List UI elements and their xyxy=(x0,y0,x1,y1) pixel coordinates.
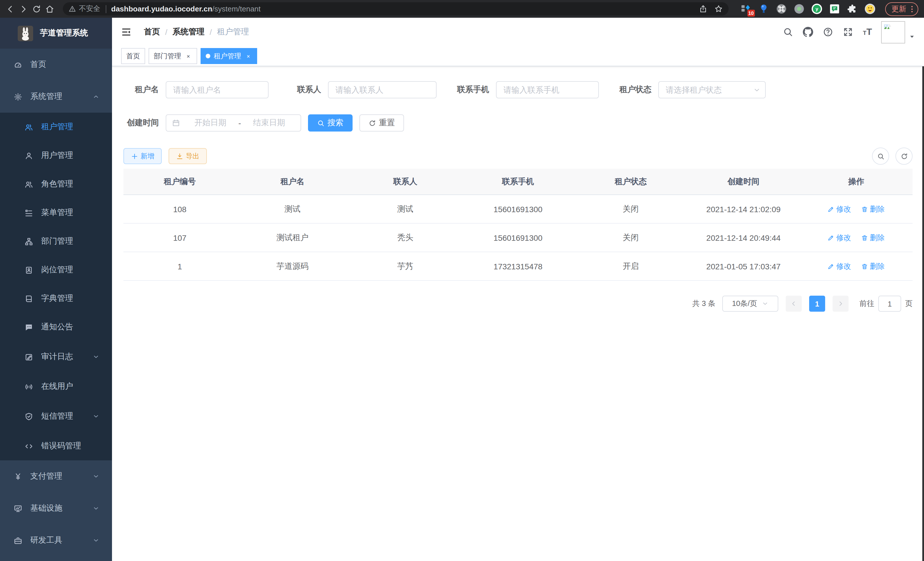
date-range-picker[interactable]: 开始日期 - 结束日期 xyxy=(166,114,301,132)
home-icon[interactable] xyxy=(45,4,54,14)
extension-record-icon[interactable] xyxy=(794,3,805,14)
reload-icon[interactable] xyxy=(32,4,41,14)
help-icon[interactable] xyxy=(823,27,833,37)
sidebar-item-posts[interactable]: 岗位管理 xyxy=(0,256,112,284)
sidebar-item-label: 短信管理 xyxy=(41,411,73,421)
sidebar-submenu-system: 租户管理 用户管理 角色管理 菜单管理 xyxy=(0,113,112,460)
col-tenant-name: 租户名 xyxy=(236,169,349,195)
forward-icon[interactable] xyxy=(19,4,28,14)
sidebar-item-dict[interactable]: 字典管理 xyxy=(0,284,112,313)
page-size-select[interactable]: 10条/页 xyxy=(722,296,778,312)
browser-update-button[interactable]: 更新 xyxy=(885,2,918,16)
edit-link[interactable]: 修改 xyxy=(828,232,851,243)
tenant-name-input[interactable] xyxy=(166,81,268,98)
tab-close-icon[interactable]: × xyxy=(244,52,252,60)
cell-contact: 芋艿 xyxy=(349,252,462,281)
extension-tabs-icon[interactable]: 10 xyxy=(741,3,752,14)
infra-icon xyxy=(14,504,22,513)
extensions-puzzle-icon[interactable] xyxy=(847,3,858,14)
back-icon[interactable] xyxy=(6,4,15,14)
menu-tree-icon xyxy=(25,208,33,217)
sidebar-item-audit-log[interactable]: 审计日志 xyxy=(0,341,112,372)
contact-input[interactable] xyxy=(328,81,436,98)
search-button[interactable]: 搜索 xyxy=(308,114,352,132)
tab-close-icon[interactable]: × xyxy=(184,52,192,60)
extension-emoji-icon[interactable] xyxy=(865,3,875,14)
edit-link[interactable]: 修改 xyxy=(828,204,851,214)
bookmark-star-icon[interactable] xyxy=(714,5,723,13)
sidebar-item-tenant[interactable]: 租户管理 xyxy=(0,113,112,141)
extension-chat-icon[interactable] xyxy=(829,3,840,14)
sidebar-item-menus[interactable]: 菜单管理 xyxy=(0,199,112,227)
sidebar-item-departments[interactable]: 部门管理 xyxy=(0,227,112,256)
sidebar-item-dev-tools[interactable]: 研发工具 xyxy=(0,524,112,556)
sidebar-item-label: 研发工具 xyxy=(30,535,62,546)
app-logo[interactable]: 芋道管理系统 xyxy=(0,18,112,49)
address-bar[interactable]: 不安全 dashboard.yudao.iocoder.cn/system/te… xyxy=(63,2,729,15)
header-search-icon[interactable] xyxy=(783,27,793,37)
extension-badge: 10 xyxy=(747,10,755,17)
sidebar-item-payment[interactable]: 支付管理 xyxy=(0,460,112,492)
app-title: 芋道管理系统 xyxy=(40,28,88,38)
sidebar-item-infrastructure[interactable]: 基础设施 xyxy=(0,492,112,524)
edit-link[interactable]: 修改 xyxy=(828,261,851,271)
sidebar-item-error-codes[interactable]: 错误码管理 xyxy=(0,432,112,460)
status-select-input[interactable] xyxy=(658,81,766,98)
sidebar-item-users[interactable]: 用户管理 xyxy=(0,141,112,170)
tab-home[interactable]: 首页 xyxy=(121,48,145,64)
filter-row-1: 租户名 联系人 联系手机 租户状态 xyxy=(123,81,913,98)
prev-page-button[interactable] xyxy=(786,296,802,312)
phone-input[interactable] xyxy=(496,81,599,98)
date-end-placeholder[interactable]: 结束日期 xyxy=(242,118,296,128)
share-icon[interactable] xyxy=(699,5,707,13)
page-1-button[interactable]: 1 xyxy=(809,296,825,312)
add-button[interactable]: 新增 xyxy=(123,148,162,164)
user-avatar[interactable] xyxy=(881,21,905,43)
sidebar-item-notice[interactable]: 通知公告 xyxy=(0,313,112,341)
delete-link[interactable]: 删除 xyxy=(861,204,885,214)
font-size-icon[interactable]: TT xyxy=(863,27,872,37)
extension-balloon-icon[interactable] xyxy=(758,3,769,14)
dashboard-icon xyxy=(14,60,22,69)
breadcrumb-home[interactable]: 首页 xyxy=(144,27,160,37)
fullscreen-icon[interactable] xyxy=(843,27,853,37)
reset-button[interactable]: 重置 xyxy=(359,114,404,132)
date-start-placeholder[interactable]: 开始日期 xyxy=(183,118,237,128)
user-icon xyxy=(25,151,33,160)
tab-departments[interactable]: 部门管理 × xyxy=(148,48,197,64)
github-icon[interactable] xyxy=(803,27,813,37)
delete-link[interactable]: 删除 xyxy=(861,261,885,271)
chevron-right-icon xyxy=(837,300,844,307)
cell-operations: 修改 删除 xyxy=(800,223,913,252)
extension-command-icon[interactable] xyxy=(776,3,787,14)
sidebar-item-roles[interactable]: 角色管理 xyxy=(0,170,112,199)
url-text[interactable]: dashboard.yudao.iocoder.cn/system/tenant xyxy=(111,5,261,13)
table-header-row: 租户编号 租户名 联系人 联系手机 租户状态 创建时间 操作 xyxy=(123,169,913,195)
window-scrollbar[interactable] xyxy=(922,18,924,561)
phone-label: 联系手机 xyxy=(454,85,489,95)
avatar-caret-down-icon[interactable] xyxy=(909,34,915,39)
col-phone: 联系手机 xyxy=(462,169,574,195)
browser-menu-icon[interactable] xyxy=(908,5,916,13)
show-search-button[interactable] xyxy=(872,147,889,165)
col-status: 租户状态 xyxy=(574,169,687,195)
omnibox-divider xyxy=(105,5,106,13)
export-button[interactable]: 导出 xyxy=(169,148,207,164)
col-operations: 操作 xyxy=(800,169,913,195)
extension-yudao-icon[interactable]: y xyxy=(812,3,822,14)
navbar-actions: TT xyxy=(773,21,915,43)
delete-link[interactable]: 删除 xyxy=(861,232,885,243)
status-select[interactable] xyxy=(658,81,766,98)
tab-tenant[interactable]: 租户管理 × xyxy=(201,48,257,64)
goto-page-input[interactable] xyxy=(878,296,901,312)
refresh-table-button[interactable] xyxy=(896,147,913,165)
sidebar-collapse-icon[interactable] xyxy=(121,27,131,37)
sidebar-item-online-users[interactable]: 在线用户 xyxy=(0,372,112,401)
sidebar-item-home[interactable]: 首页 xyxy=(0,49,112,81)
sidebar-item-sms[interactable]: 短信管理 xyxy=(0,401,112,432)
security-warning-icon[interactable] xyxy=(69,5,76,13)
sidebar-item-system[interactable]: 系统管理 xyxy=(0,81,112,113)
next-page-button[interactable] xyxy=(832,296,849,312)
breadcrumb: 首页 / 系统管理 / 租户管理 xyxy=(144,27,249,37)
breadcrumb-system[interactable]: 系统管理 xyxy=(172,27,205,37)
